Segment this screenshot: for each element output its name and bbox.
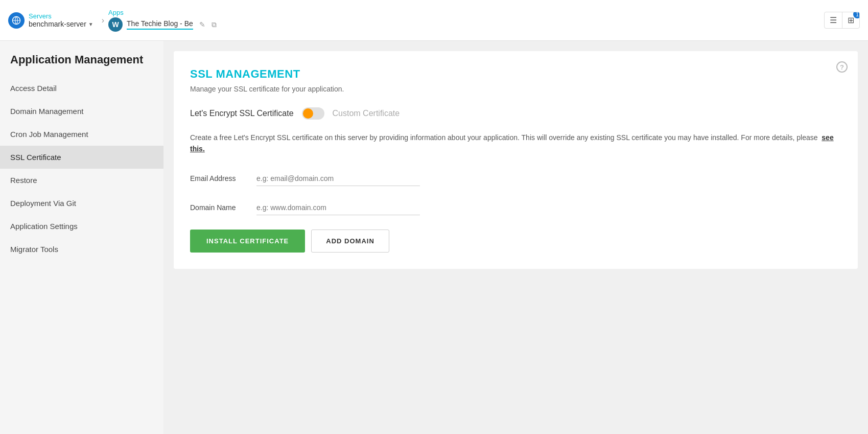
wordpress-icon: W (108, 17, 123, 32)
action-buttons: INSTALL CERTIFICATE ADD DOMAIN (190, 230, 841, 253)
domain-field-row: Domain Name (190, 200, 841, 215)
ssl-toggle-section: Let's Encrypt SSL Certificate Custom Cer… (190, 107, 841, 120)
toggle-left-label: Let's Encrypt SSL Certificate (190, 109, 294, 118)
sidebar-item-application-settings[interactable]: Application Settings (0, 215, 163, 238)
external-link-icon[interactable]: ⧉ (212, 20, 217, 29)
edit-icon[interactable]: ✎ (199, 20, 205, 29)
toggle-right-label: Custom Certificate (333, 109, 400, 118)
notification-badge: 1 (853, 12, 860, 18)
app-row: W The Techie Blog - Be ✎ ⧉ (108, 17, 217, 32)
email-field-row: Email Address (190, 171, 841, 186)
add-domain-button[interactable]: ADD DOMAIN (311, 230, 389, 253)
sidebar: Application Management Access Detail Dom… (0, 41, 163, 434)
email-input[interactable] (256, 171, 420, 186)
sidebar-item-migrator-tools[interactable]: Migrator Tools (0, 238, 163, 261)
wp-letter: W (112, 20, 119, 29)
main-layout: Application Management Access Detail Dom… (0, 41, 868, 434)
app-name: The Techie Blog - Be (127, 19, 193, 30)
servers-nav: Servers benchmark-server ▼ (8, 12, 93, 29)
ssl-toggle[interactable] (302, 107, 324, 120)
email-label: Email Address (190, 174, 246, 182)
breadcrumb-arrow: › (102, 16, 104, 25)
apps-label: Apps (108, 9, 217, 16)
servers-label: Servers (29, 12, 93, 20)
sidebar-item-restore[interactable]: Restore (0, 169, 163, 192)
domain-label: Domain Name (190, 203, 246, 212)
server-selector[interactable]: benchmark-server ▼ (29, 20, 93, 28)
section-title: SSL MANAGEMENT (190, 67, 841, 81)
content-area: ? SSL MANAGEMENT Manage your SSL certifi… (163, 41, 868, 434)
content-card: ? SSL MANAGEMENT Manage your SSL certifi… (174, 51, 858, 269)
chevron-down-icon: ▼ (88, 21, 93, 27)
sidebar-item-cron-job-management[interactable]: Cron Job Management (0, 123, 163, 146)
domain-input[interactable] (256, 200, 420, 215)
toggle-track (302, 107, 324, 120)
sidebar-title: Application Management (0, 53, 163, 77)
servers-section: Servers benchmark-server ▼ (29, 12, 93, 28)
sidebar-item-ssl-certificate[interactable]: SSL Certificate (0, 146, 163, 169)
list-view-button[interactable]: ☰ (825, 12, 842, 28)
grid-view-button[interactable]: ⊞ 1 (842, 12, 859, 28)
sidebar-item-deployment-via-git[interactable]: Deployment Via Git (0, 192, 163, 215)
top-navigation: Servers benchmark-server ▼ › Apps W The … (0, 0, 868, 41)
view-toggle-group: ☰ ⊞ 1 (824, 12, 860, 29)
help-icon[interactable]: ? (836, 61, 848, 73)
server-logo (8, 12, 25, 29)
section-subtitle: Manage your SSL certificate for your app… (190, 85, 841, 93)
apps-section: Apps W The Techie Blog - Be ✎ ⧉ (108, 9, 217, 32)
server-name: benchmark-server (29, 20, 86, 28)
description-text: Create a free Let's Encrypt SSL certific… (190, 132, 841, 155)
description-body: Create a free Let's Encrypt SSL certific… (190, 133, 818, 142)
sidebar-item-access-detail[interactable]: Access Detail (0, 77, 163, 100)
sidebar-item-domain-management[interactable]: Domain Management (0, 100, 163, 123)
nav-right: ☰ ⊞ 1 (824, 12, 860, 29)
install-certificate-button[interactable]: INSTALL CERTIFICATE (190, 230, 305, 253)
toggle-thumb (303, 108, 313, 119)
